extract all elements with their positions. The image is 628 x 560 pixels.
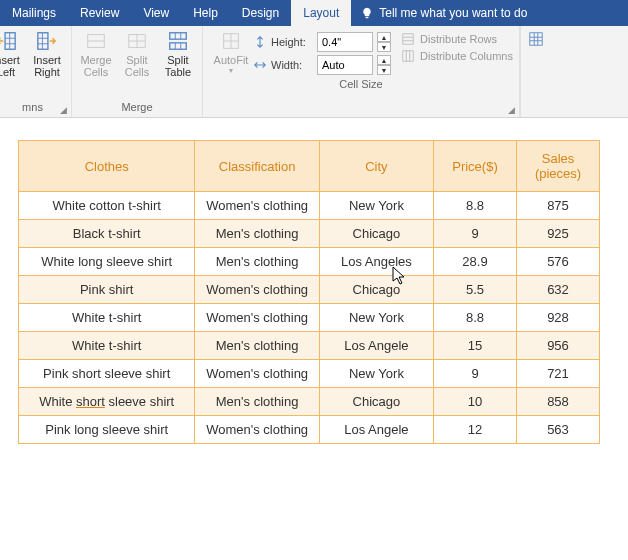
tab-mailings[interactable]: Mailings bbox=[0, 0, 68, 26]
svg-rect-22 bbox=[403, 34, 414, 45]
table-cell[interactable]: 956 bbox=[517, 332, 600, 360]
split-table-button[interactable]: SplitTable bbox=[160, 28, 196, 99]
tab-design[interactable]: Design bbox=[230, 0, 291, 26]
table-cell[interactable]: New York bbox=[319, 192, 433, 220]
tab-view[interactable]: View bbox=[131, 0, 181, 26]
table-cell[interactable]: 928 bbox=[517, 304, 600, 332]
table-row[interactable]: Pink shirtWomen's clothingChicago5.5632 bbox=[19, 276, 600, 304]
table-cell[interactable]: 15 bbox=[434, 332, 517, 360]
width-spinner[interactable]: ▲▼ bbox=[377, 55, 391, 75]
table-cell[interactable]: Chicago bbox=[319, 220, 433, 248]
height-input[interactable] bbox=[317, 32, 373, 52]
table-header-row: Clothes Classification City Price($) Sal… bbox=[19, 141, 600, 192]
tell-me-search[interactable]: Tell me what you want to do bbox=[351, 6, 537, 20]
table-cell[interactable]: 632 bbox=[517, 276, 600, 304]
group-cell-size: AutoFit ▼ Height: ▲▼ Width: ▲▼ bbox=[203, 26, 520, 117]
data-table[interactable]: Clothes Classification City Price($) Sal… bbox=[18, 140, 600, 444]
table-cell[interactable]: Los Angele bbox=[319, 332, 433, 360]
svg-rect-14 bbox=[170, 43, 187, 49]
table-cell[interactable]: Men's clothing bbox=[195, 248, 320, 276]
table-cell[interactable]: 576 bbox=[517, 248, 600, 276]
table-cell[interactable]: 858 bbox=[517, 388, 600, 416]
insert-right-button[interactable]: InsertRight bbox=[29, 28, 65, 99]
table-cell[interactable]: Chicago bbox=[319, 388, 433, 416]
height-spinner[interactable]: ▲▼ bbox=[377, 32, 391, 52]
insert-right-label: InsertRight bbox=[33, 54, 61, 78]
table-cell[interactable]: New York bbox=[319, 360, 433, 388]
table-cell[interactable]: 28.9 bbox=[434, 248, 517, 276]
split-cells-button: SplitCells bbox=[119, 28, 155, 99]
split-cells-label: SplitCells bbox=[125, 54, 149, 78]
insert-left-button[interactable]: InsertLeft bbox=[0, 28, 24, 99]
table-cell[interactable]: Women's clothing bbox=[195, 192, 320, 220]
table-cell[interactable]: Women's clothing bbox=[195, 360, 320, 388]
table-cell[interactable]: 12 bbox=[434, 416, 517, 444]
merge-cells-label: MergeCells bbox=[80, 54, 111, 78]
svg-rect-13 bbox=[170, 33, 187, 39]
distribute-rows-button[interactable]: Distribute Rows bbox=[401, 32, 513, 46]
col-header-city[interactable]: City bbox=[319, 141, 433, 192]
col-header-price[interactable]: Price($) bbox=[434, 141, 517, 192]
table-cell[interactable]: Women's clothing bbox=[195, 416, 320, 444]
svg-rect-25 bbox=[403, 51, 414, 62]
table-row[interactable]: White cotton t-shirtWomen's clothingNew … bbox=[19, 192, 600, 220]
table-cell[interactable]: 875 bbox=[517, 192, 600, 220]
table-cell[interactable]: 8.8 bbox=[434, 192, 517, 220]
table-cell[interactable]: White t-shirt bbox=[19, 332, 195, 360]
tab-help[interactable]: Help bbox=[181, 0, 230, 26]
table-cell[interactable]: 10 bbox=[434, 388, 517, 416]
table-cell[interactable]: Los Angele bbox=[319, 416, 433, 444]
insert-left-icon bbox=[0, 30, 17, 52]
tab-layout[interactable]: Layout bbox=[291, 0, 351, 26]
distribute-columns-button[interactable]: Distribute Columns bbox=[401, 49, 513, 63]
table-cell[interactable]: Pink long sleeve shirt bbox=[19, 416, 195, 444]
table-cell[interactable]: Los Angeles bbox=[319, 248, 433, 276]
ribbon-body: InsertLeft InsertRight mns ◢ MergeCells … bbox=[0, 26, 628, 118]
col-header-sales[interactable]: Sales (pieces) bbox=[517, 141, 600, 192]
table-row[interactable]: White t-shirtWomen's clothingNew York8.8… bbox=[19, 304, 600, 332]
table-cell[interactable]: White short sleeve shirt bbox=[19, 388, 195, 416]
table-row[interactable]: Black t-shirtMen's clothingChicago9925 bbox=[19, 220, 600, 248]
table-cell[interactable]: 563 bbox=[517, 416, 600, 444]
align-grid-icon[interactable] bbox=[527, 30, 545, 48]
table-cell[interactable]: White long sleeve shirt bbox=[19, 248, 195, 276]
table-cell[interactable]: 9 bbox=[434, 220, 517, 248]
table-row[interactable]: White long sleeve shirtMen's clothingLos… bbox=[19, 248, 600, 276]
lightbulb-icon bbox=[361, 7, 373, 19]
table-cell[interactable]: 9 bbox=[434, 360, 517, 388]
table-cell[interactable]: 5.5 bbox=[434, 276, 517, 304]
group-rows-columns: InsertLeft InsertRight mns ◢ bbox=[0, 26, 72, 117]
table-cell[interactable]: Pink shirt bbox=[19, 276, 195, 304]
table-row[interactable]: White t-shirtMen's clothingLos Angele159… bbox=[19, 332, 600, 360]
tab-review[interactable]: Review bbox=[68, 0, 131, 26]
table-row[interactable]: Pink long sleeve shirtWomen's clothingLo… bbox=[19, 416, 600, 444]
autofit-label: AutoFit bbox=[214, 54, 249, 66]
insert-right-icon bbox=[36, 30, 58, 52]
table-cell[interactable]: Men's clothing bbox=[195, 332, 320, 360]
table-cell[interactable]: Women's clothing bbox=[195, 304, 320, 332]
table-cell[interactable]: Chicago bbox=[319, 276, 433, 304]
table-row[interactable]: White short sleeve shirtMen's clothingCh… bbox=[19, 388, 600, 416]
table-cell[interactable]: 925 bbox=[517, 220, 600, 248]
document-area: Clothes Classification City Price($) Sal… bbox=[0, 118, 628, 444]
dialog-launcher-icon[interactable]: ◢ bbox=[508, 105, 515, 115]
table-cell[interactable]: Men's clothing bbox=[195, 220, 320, 248]
table-cell[interactable]: 721 bbox=[517, 360, 600, 388]
split-table-icon bbox=[167, 30, 189, 52]
table-cell[interactable]: Men's clothing bbox=[195, 388, 320, 416]
table-cell[interactable]: Black t-shirt bbox=[19, 220, 195, 248]
table-cell[interactable]: White cotton t-shirt bbox=[19, 192, 195, 220]
col-header-classification[interactable]: Classification bbox=[195, 141, 320, 192]
table-cell[interactable]: 8.8 bbox=[434, 304, 517, 332]
table-cell[interactable]: Pink short sleeve shirt bbox=[19, 360, 195, 388]
col-header-clothes[interactable]: Clothes bbox=[19, 141, 195, 192]
distribute-columns-icon bbox=[401, 49, 415, 63]
table-cell[interactable]: Women's clothing bbox=[195, 276, 320, 304]
width-label: Width: bbox=[271, 59, 313, 71]
dialog-launcher-icon[interactable]: ◢ bbox=[60, 105, 67, 115]
table-cell[interactable]: White t-shirt bbox=[19, 304, 195, 332]
autofit-button: AutoFit ▼ bbox=[209, 28, 253, 76]
width-input[interactable] bbox=[317, 55, 373, 75]
table-cell[interactable]: New York bbox=[319, 304, 433, 332]
table-row[interactable]: Pink short sleeve shirtWomen's clothingN… bbox=[19, 360, 600, 388]
